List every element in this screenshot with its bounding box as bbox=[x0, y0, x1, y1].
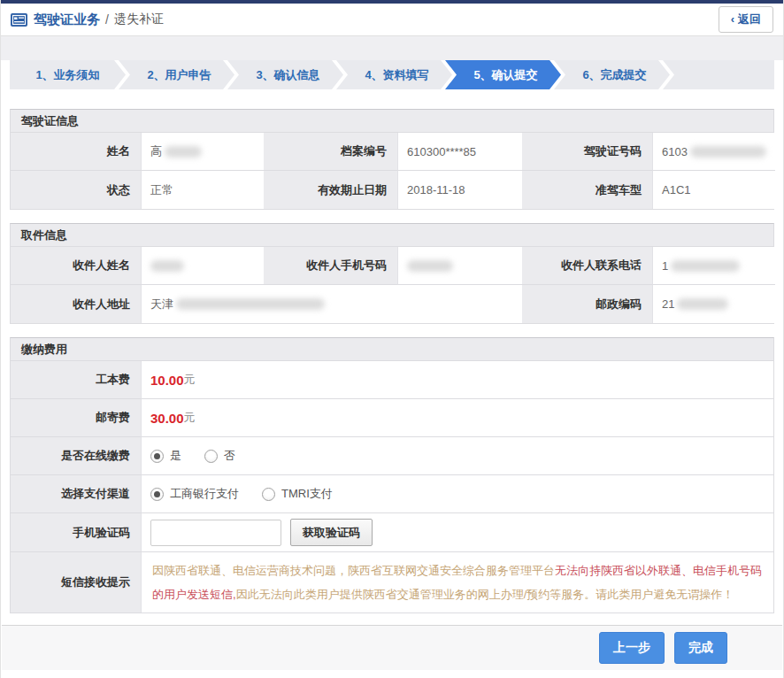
postal-code-label: 邮政编码 bbox=[522, 285, 652, 323]
recipient-address-value: 天津 bbox=[141, 285, 522, 323]
page-header: 驾驶证业务 / 遗失补证 ‹返回 bbox=[1, 4, 783, 36]
step-4-fill-data[interactable]: 4、资料填写 bbox=[336, 60, 452, 89]
radio-tmri-pay[interactable]: TMRI支付 bbox=[262, 486, 333, 502]
license-number-value: 6103 bbox=[652, 133, 775, 171]
card-fee-value: 10.00元 bbox=[141, 361, 773, 399]
card-fee-unit: 元 bbox=[184, 372, 196, 388]
back-button-label: 返回 bbox=[738, 12, 761, 26]
step-1-business-notice[interactable]: 1、业务须知 bbox=[10, 60, 126, 89]
recipient-name-label: 收件人姓名 bbox=[11, 247, 141, 285]
radio-unselected-icon bbox=[262, 488, 275, 501]
document-list-icon bbox=[11, 13, 27, 27]
payment-table: 工本费 10.00元 邮寄费 30.00元 是否在线缴费 是 否 选择支付渠道 … bbox=[11, 361, 773, 613]
card-fee-amount: 10.00 bbox=[150, 373, 184, 388]
expiry-date-value: 2018-11-18 bbox=[397, 171, 522, 209]
radio-online-yes[interactable]: 是 bbox=[150, 448, 181, 464]
recipient-phone-label: 收件人联系电话 bbox=[522, 247, 652, 285]
sms-notice-label: 短信接收提示 bbox=[11, 552, 141, 613]
redaction-blur bbox=[677, 298, 728, 310]
recipient-address-label: 收件人地址 bbox=[11, 285, 141, 323]
header-gap bbox=[1, 36, 783, 60]
notice-normal-text: 因陕西省联通、电信运营商技术问题，陕西省互联网交通安全综合服务管理平台 bbox=[152, 564, 555, 577]
main-content: 驾驶证信息 姓名 高 档案编号 610300****85 驾驶证号码 6103 … bbox=[1, 89, 783, 613]
payment-channel-options: 工商银行支付 TMRI支付 bbox=[141, 475, 773, 513]
mail-fee-unit: 元 bbox=[184, 410, 196, 426]
vehicle-class-label: 准驾车型 bbox=[522, 171, 652, 209]
sms-code-label: 手机验证码 bbox=[11, 513, 141, 552]
back-button[interactable]: ‹返回 bbox=[719, 6, 773, 33]
breadcrumb-page-title: 遗失补证 bbox=[114, 12, 164, 27]
radio-unselected-icon bbox=[204, 450, 218, 463]
card-fee-label: 工本费 bbox=[11, 361, 141, 399]
step-6-complete-submit[interactable]: 6、完成提交 bbox=[554, 60, 670, 89]
page: 驾驶证业务 / 遗失补证 ‹返回 1、业务须知 2、用户申告 3、确认信息 4、… bbox=[0, 0, 784, 678]
file-number-value: 610300****85 bbox=[397, 133, 522, 171]
mail-fee-value: 30.00元 bbox=[141, 399, 773, 437]
redaction-blur bbox=[165, 146, 202, 158]
step-5-confirm-submit[interactable]: 5、确认提交 bbox=[445, 60, 561, 89]
back-chevron-icon: ‹ bbox=[731, 12, 734, 26]
sms-code-input[interactable] bbox=[150, 520, 281, 546]
radio-selected-icon bbox=[150, 488, 164, 501]
step-2-user-declaration[interactable]: 2、用户申告 bbox=[119, 60, 234, 89]
online-payment-label: 是否在线缴费 bbox=[11, 437, 141, 475]
recipient-name-value bbox=[141, 247, 264, 285]
name-label: 姓名 bbox=[11, 133, 141, 171]
payment-section: 缴纳费用 工本费 10.00元 邮寄费 30.00元 是否在线缴费 是 否 选择… bbox=[10, 337, 774, 613]
radio-online-no[interactable]: 否 bbox=[204, 448, 235, 464]
step-3-confirm-info[interactable]: 3、确认信息 bbox=[227, 60, 343, 89]
mail-fee-amount: 30.00 bbox=[150, 411, 184, 426]
pickup-info-title: 取件信息 bbox=[11, 224, 773, 247]
license-number-label: 驾驶证号码 bbox=[522, 133, 652, 171]
redaction-blur bbox=[407, 260, 453, 272]
footer-action-bar: 上一步 完成 bbox=[2, 625, 782, 670]
recipient-mobile-label: 收件人手机号码 bbox=[264, 247, 397, 285]
pickup-info-table: 收件人姓名 收件人手机号码 收件人联系电话 1 收件人地址 天津 邮政编码 21 bbox=[11, 247, 773, 323]
license-info-table: 姓名 高 档案编号 610300****85 驾驶证号码 6103 状态 正常 … bbox=[11, 133, 773, 209]
payment-channel-label: 选择支付渠道 bbox=[11, 475, 141, 513]
redaction-blur bbox=[671, 260, 740, 272]
postal-code-value: 21 bbox=[652, 285, 775, 323]
finish-button[interactable]: 完成 bbox=[674, 632, 727, 664]
status-value: 正常 bbox=[141, 171, 264, 209]
payment-title: 缴纳费用 bbox=[11, 338, 773, 361]
license-info-section: 驾驶证信息 姓名 高 档案编号 610300****85 驾驶证号码 6103 … bbox=[10, 109, 774, 210]
mail-fee-label: 邮寄费 bbox=[11, 399, 141, 437]
step-bar-filler bbox=[663, 60, 774, 89]
previous-step-button[interactable]: 上一步 bbox=[599, 632, 665, 664]
license-info-title: 驾驶证信息 bbox=[11, 110, 773, 133]
sms-code-row: 获取验证码 bbox=[141, 513, 773, 552]
radio-selected-icon bbox=[150, 450, 164, 463]
expiry-date-label: 有效期止日期 bbox=[264, 171, 397, 209]
breadcrumb-app-title: 驾驶证业务 bbox=[34, 12, 100, 28]
vehicle-class-value: A1C1 bbox=[652, 171, 775, 209]
recipient-mobile-value bbox=[397, 247, 522, 285]
redaction-blur bbox=[176, 298, 325, 310]
file-number-label: 档案编号 bbox=[264, 133, 397, 171]
step-wizard: 1、业务须知 2、用户申告 3、确认信息 4、资料填写 5、确认提交 6、完成提… bbox=[10, 60, 774, 89]
status-label: 状态 bbox=[11, 171, 141, 209]
online-payment-options: 是 否 bbox=[141, 437, 773, 475]
pickup-info-section: 取件信息 收件人姓名 收件人手机号码 收件人联系电话 1 收件人地址 天津 邮政… bbox=[10, 223, 774, 324]
redaction-blur bbox=[690, 146, 766, 158]
recipient-phone-value: 1 bbox=[652, 247, 775, 285]
get-sms-code-button[interactable]: 获取验证码 bbox=[290, 519, 373, 546]
sms-notice-text: 因陕西省联通、电信运营商技术问题，陕西省互联网交通安全综合服务管理平台无法向持陕… bbox=[141, 552, 773, 613]
notice-normal-text: 因此无法向此类用户提供陕西省交通管理业务的网上办理/预约等服务。请此类用户避免无… bbox=[236, 588, 734, 601]
name-value: 高 bbox=[141, 133, 264, 171]
redaction-blur bbox=[150, 260, 184, 272]
breadcrumb-separator: / bbox=[105, 12, 109, 27]
radio-icbc-pay[interactable]: 工商银行支付 bbox=[150, 486, 239, 502]
